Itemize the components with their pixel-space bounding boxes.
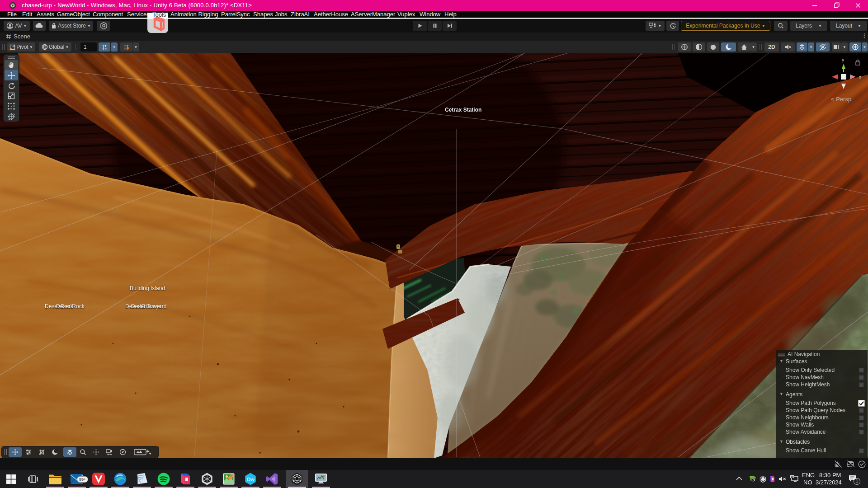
svg-text:x: x (859, 75, 861, 80)
svg-text:< Persp: < Persp (831, 96, 851, 103)
svg-text:y: y (842, 57, 844, 62)
svg-text:Y: Y (104, 47, 107, 51)
svg-text:Dw: Dw (247, 477, 255, 482)
